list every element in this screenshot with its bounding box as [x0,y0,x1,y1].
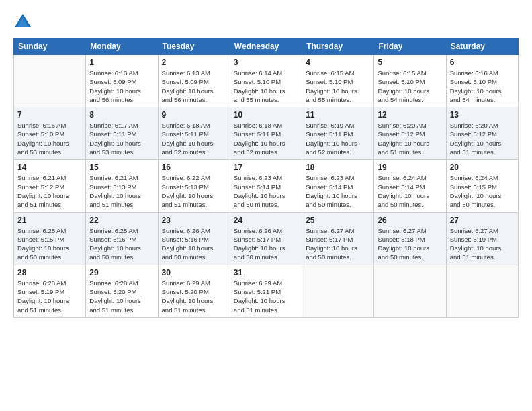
day-info: Sunrise: 6:27 AMSunset: 5:17 PMDaylight:… [306,226,370,262]
day-number: 3 [234,58,298,67]
day-info: Sunrise: 6:15 AMSunset: 5:10 PMDaylight:… [306,68,370,104]
day-info: Sunrise: 6:17 AMSunset: 5:11 PMDaylight:… [89,121,154,156]
table-row: 6Sunrise: 6:16 AMSunset: 5:10 PMDaylight… [446,55,518,107]
table-row: 13Sunrise: 6:20 AMSunset: 5:12 PMDayligh… [446,107,518,160]
day-info: Sunrise: 6:24 AMSunset: 5:14 PMDaylight:… [378,173,442,209]
day-number: 27 [450,216,515,225]
table-row: 22Sunrise: 6:25 AMSunset: 5:16 PMDayligh… [86,212,158,265]
day-number: 8 [89,110,154,120]
day-info: Sunrise: 6:24 AMSunset: 5:15 PMDaylight:… [450,173,515,209]
day-info: Sunrise: 6:13 AMSunset: 5:09 PMDaylight:… [162,68,226,104]
table-row: 17Sunrise: 6:23 AMSunset: 5:14 PMDayligh… [230,160,302,212]
day-info: Sunrise: 6:16 AMSunset: 5:10 PMDaylight:… [450,68,515,104]
day-number: 1 [89,58,154,67]
day-number: 16 [162,163,226,172]
day-info: Sunrise: 6:29 AMSunset: 5:20 PMDaylight:… [162,279,226,314]
header [13,12,519,31]
table-row: 3Sunrise: 6:14 AMSunset: 5:10 PMDaylight… [230,55,302,107]
weekday-header-saturday: Saturday [446,38,518,55]
table-row: 19Sunrise: 6:24 AMSunset: 5:14 PMDayligh… [374,160,446,212]
calendar: SundayMondayTuesdayWednesdayThursdayFrid… [13,38,519,318]
day-number: 29 [89,268,154,277]
day-number: 18 [306,163,370,172]
day-number: 23 [162,216,226,225]
day-number: 13 [450,110,515,120]
day-info: Sunrise: 6:25 AMSunset: 5:15 PMDaylight:… [17,226,82,262]
table-row: 8Sunrise: 6:17 AMSunset: 5:11 PMDaylight… [86,107,158,160]
table-row: 9Sunrise: 6:18 AMSunset: 5:11 PMDaylight… [158,107,230,160]
day-number: 20 [450,163,515,172]
weekday-header-friday: Friday [374,38,446,55]
page: SundayMondayTuesdayWednesdayThursdayFrid… [0,0,532,411]
day-info: Sunrise: 6:15 AMSunset: 5:10 PMDaylight:… [378,68,442,104]
day-number: 2 [162,58,226,67]
logo-icon [13,12,32,31]
table-row: 30Sunrise: 6:29 AMSunset: 5:20 PMDayligh… [158,265,230,317]
logo [13,12,35,31]
table-row: 1Sunrise: 6:13 AMSunset: 5:09 PMDaylight… [86,55,158,107]
table-row: 18Sunrise: 6:23 AMSunset: 5:14 PMDayligh… [302,160,374,212]
day-number: 28 [17,268,82,277]
table-row: 20Sunrise: 6:24 AMSunset: 5:15 PMDayligh… [446,160,518,212]
table-row: 2Sunrise: 6:13 AMSunset: 5:09 PMDaylight… [158,55,230,107]
weekday-header-tuesday: Tuesday [158,38,230,55]
day-number: 17 [234,163,298,172]
day-number: 7 [17,110,82,120]
day-info: Sunrise: 6:16 AMSunset: 5:10 PMDaylight:… [17,121,82,156]
table-row [14,55,86,107]
day-number: 31 [234,268,298,277]
table-row: 10Sunrise: 6:18 AMSunset: 5:11 PMDayligh… [230,107,302,160]
table-row: 21Sunrise: 6:25 AMSunset: 5:15 PMDayligh… [14,212,86,265]
table-row: 28Sunrise: 6:28 AMSunset: 5:19 PMDayligh… [14,265,86,317]
day-number: 30 [162,268,226,277]
day-number: 22 [89,216,154,225]
table-row: 25Sunrise: 6:27 AMSunset: 5:17 PMDayligh… [302,212,374,265]
day-info: Sunrise: 6:20 AMSunset: 5:12 PMDaylight:… [378,121,442,156]
day-number: 9 [162,110,226,120]
table-row: 24Sunrise: 6:26 AMSunset: 5:17 PMDayligh… [230,212,302,265]
day-info: Sunrise: 6:20 AMSunset: 5:12 PMDaylight:… [450,121,515,156]
day-number: 25 [306,216,370,225]
table-row: 27Sunrise: 6:27 AMSunset: 5:19 PMDayligh… [446,212,518,265]
day-info: Sunrise: 6:21 AMSunset: 5:13 PMDaylight:… [89,173,154,209]
table-row: 4Sunrise: 6:15 AMSunset: 5:10 PMDaylight… [302,55,374,107]
day-info: Sunrise: 6:19 AMSunset: 5:11 PMDaylight:… [306,121,370,156]
table-row [302,265,374,317]
day-info: Sunrise: 6:21 AMSunset: 5:12 PMDaylight:… [17,173,82,209]
day-info: Sunrise: 6:13 AMSunset: 5:09 PMDaylight:… [89,68,154,104]
day-info: Sunrise: 6:29 AMSunset: 5:21 PMDaylight:… [234,279,298,314]
day-number: 6 [450,58,515,67]
day-number: 19 [378,163,442,172]
table-row: 5Sunrise: 6:15 AMSunset: 5:10 PMDaylight… [374,55,446,107]
table-row: 31Sunrise: 6:29 AMSunset: 5:21 PMDayligh… [230,265,302,317]
weekday-header-sunday: Sunday [14,38,86,55]
table-row: 11Sunrise: 6:19 AMSunset: 5:11 PMDayligh… [302,107,374,160]
weekday-header-wednesday: Wednesday [230,38,302,55]
day-number: 15 [89,163,154,172]
day-number: 24 [234,216,298,225]
table-row [374,265,446,317]
day-number: 5 [378,58,442,67]
day-info: Sunrise: 6:28 AMSunset: 5:19 PMDaylight:… [17,279,82,314]
table-row: 26Sunrise: 6:27 AMSunset: 5:18 PMDayligh… [374,212,446,265]
table-row: 23Sunrise: 6:26 AMSunset: 5:16 PMDayligh… [158,212,230,265]
table-row: 29Sunrise: 6:28 AMSunset: 5:20 PMDayligh… [86,265,158,317]
table-row: 14Sunrise: 6:21 AMSunset: 5:12 PMDayligh… [14,160,86,212]
table-row: 15Sunrise: 6:21 AMSunset: 5:13 PMDayligh… [86,160,158,212]
day-info: Sunrise: 6:27 AMSunset: 5:18 PMDaylight:… [378,226,442,262]
weekday-header-thursday: Thursday [302,38,374,55]
table-row [446,265,518,317]
day-info: Sunrise: 6:26 AMSunset: 5:16 PMDaylight:… [162,226,226,262]
day-number: 21 [17,216,82,225]
day-info: Sunrise: 6:18 AMSunset: 5:11 PMDaylight:… [162,121,226,156]
day-info: Sunrise: 6:14 AMSunset: 5:10 PMDaylight:… [234,68,298,104]
day-number: 12 [378,110,442,120]
day-info: Sunrise: 6:23 AMSunset: 5:14 PMDaylight:… [306,173,370,209]
day-info: Sunrise: 6:27 AMSunset: 5:19 PMDaylight:… [450,226,515,262]
day-number: 11 [306,110,370,120]
day-info: Sunrise: 6:26 AMSunset: 5:17 PMDaylight:… [234,226,298,262]
day-info: Sunrise: 6:28 AMSunset: 5:20 PMDaylight:… [89,279,154,314]
table-row: 12Sunrise: 6:20 AMSunset: 5:12 PMDayligh… [374,107,446,160]
day-info: Sunrise: 6:18 AMSunset: 5:11 PMDaylight:… [234,121,298,156]
day-number: 14 [17,163,82,172]
